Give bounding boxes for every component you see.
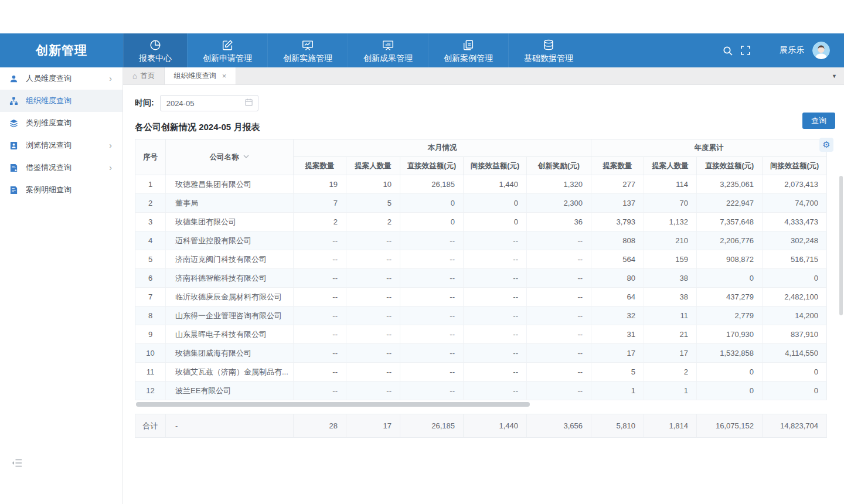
month-value: -- <box>400 231 464 250</box>
year-value: 14,200 <box>763 307 827 325</box>
collapse-sidebar-icon[interactable] <box>12 458 22 470</box>
column-header-company[interactable]: 公司名称 <box>166 139 294 175</box>
month-value: -- <box>527 269 591 288</box>
month-value: -- <box>400 363 464 382</box>
badge-icon <box>8 141 19 150</box>
year-value: 2,206,776 <box>697 231 763 250</box>
month-value: 19 <box>294 175 346 194</box>
avatar[interactable] <box>812 42 830 59</box>
fullscreen-icon[interactable] <box>741 46 750 55</box>
horizontal-scrollbar-thumb[interactable] <box>136 402 530 407</box>
year-value: 564 <box>591 250 644 269</box>
year-value: 0 <box>763 363 827 382</box>
month-value: -- <box>346 363 400 382</box>
year-value: 908,872 <box>697 250 763 269</box>
month-value: -- <box>294 382 346 400</box>
tab-label: 首页 <box>141 71 155 81</box>
year-value: 5 <box>591 363 644 382</box>
row-index: 8 <box>135 307 166 325</box>
month-value: 1,320 <box>527 175 591 194</box>
sidebar-item-browse-status-query[interactable]: 浏览情况查询 › <box>0 134 122 156</box>
summary-value: 17 <box>346 414 400 438</box>
nav-item-innovation-application[interactable]: 创新申请管理 <box>187 33 267 67</box>
year-value: 2,779 <box>697 307 763 325</box>
month-value: -- <box>294 250 346 269</box>
table-summary-row: 合计 - 28 17 26,185 1,440 3,656 5,810 1,81… <box>135 414 827 438</box>
nav-item-base-data[interactable]: 基础数据管理 <box>508 33 588 67</box>
table-row: 7临沂玫德庚辰金属材料有限公司----------6438437,2792,48… <box>135 288 827 307</box>
year-value: 32 <box>591 307 644 325</box>
month-value: 10 <box>346 175 400 194</box>
sidebar-item-case-detail-query[interactable]: 案例明细查询 <box>0 179 122 201</box>
org-chart-icon <box>8 97 19 105</box>
year-value: 0 <box>763 382 827 400</box>
month-value: -- <box>294 269 346 288</box>
nav-item-label: 创新案例管理 <box>444 53 493 63</box>
column-header: 创新奖励(元) <box>527 157 591 175</box>
report-table: 序号 公司名称 本月情况 年度累计 提案数量 提案人数量 直接 <box>135 139 826 438</box>
top-header-bar: 创新管理 报表中心 创新申请管理 创新实施管理 创新成果管理 <box>0 33 844 67</box>
horizontal-scrollbar[interactable] <box>135 401 826 407</box>
search-icon[interactable] <box>723 46 733 56</box>
month-value: -- <box>464 269 527 288</box>
row-index: 11 <box>135 363 166 382</box>
tabs-dropdown-caret-icon[interactable]: ▼ <box>832 67 837 85</box>
topbar-right-tools: 展乐乐 <box>723 33 844 67</box>
gear-icon[interactable]: ⚙ <box>819 138 833 152</box>
report-title-row: 各公司创新情况 2024-05 月报表 <box>135 122 826 133</box>
year-value: 21 <box>644 325 697 344</box>
user-name[interactable]: 展乐乐 <box>780 45 804 56</box>
sidebar-item-reference-status-query[interactable]: 借鉴情况查询 › <box>0 156 122 179</box>
column-header: 提案人数量 <box>346 157 400 175</box>
sidebar-item-label: 人员维度查询 <box>26 73 109 84</box>
month-value: -- <box>400 307 464 325</box>
year-value: 808 <box>591 231 644 250</box>
month-value: -- <box>294 363 346 382</box>
doc-detail-icon <box>8 186 19 195</box>
sidebar-item-label: 借鉴情况查询 <box>26 162 109 173</box>
month-value: 26,185 <box>400 175 464 194</box>
nav-item-report-center[interactable]: 报表中心 <box>123 33 187 67</box>
column-header-label: 公司名称 <box>210 153 239 161</box>
close-icon[interactable]: × <box>222 71 227 80</box>
year-value: 38 <box>644 288 697 307</box>
month-value: 2 <box>346 213 400 231</box>
nav-item-innovation-cases[interactable]: 创新案例管理 <box>428 33 508 67</box>
year-value: 222,947 <box>697 194 763 213</box>
month-value: -- <box>400 250 464 269</box>
year-value: 0 <box>697 382 763 400</box>
tab-org-dimension-query[interactable]: 组织维度查询 × <box>165 67 237 84</box>
vertical-scrollbar-thumb[interactable] <box>839 176 843 315</box>
sidebar-item-category-dimension-query[interactable]: 类别维度查询 <box>0 112 122 134</box>
time-picker-input[interactable]: 2024-05 <box>160 95 258 111</box>
nav-item-innovation-results[interactable]: 创新成果管理 <box>348 33 428 67</box>
row-index: 1 <box>135 175 166 194</box>
row-index: 2 <box>135 194 166 213</box>
pie-chart-icon <box>149 39 162 52</box>
month-value: -- <box>346 382 400 400</box>
year-value: 1,132 <box>644 213 697 231</box>
layers-icon <box>8 119 19 128</box>
sidebar-item-label: 类别维度查询 <box>26 118 114 128</box>
month-value: -- <box>400 269 464 288</box>
month-value: -- <box>294 288 346 307</box>
company-name: 山东得一企业管理咨询有限公司 <box>166 307 294 325</box>
company-name: 玫德集团威海有限公司 <box>166 344 294 363</box>
month-value: -- <box>400 344 464 363</box>
year-value: 31 <box>591 325 644 344</box>
summary-value: 5,810 <box>591 414 644 438</box>
year-value: 17 <box>591 344 644 363</box>
sidebar-item-org-dimension-query[interactable]: 组织维度查询 <box>0 90 122 112</box>
data-table: 序号 公司名称 本月情况 年度累计 提案数量 提案人数量 直接 <box>135 139 827 400</box>
month-value: -- <box>346 307 400 325</box>
nav-item-innovation-implementation[interactable]: 创新实施管理 <box>267 33 348 67</box>
year-value: 210 <box>644 231 697 250</box>
tab-home[interactable]: ⌂ 首页 <box>123 67 165 84</box>
month-value: -- <box>346 325 400 344</box>
query-button[interactable]: 查询 <box>802 113 835 129</box>
month-value: -- <box>464 307 527 325</box>
month-value: 0 <box>464 194 527 213</box>
company-name: 玫德艾瓦兹（济南）金属制品有... <box>166 363 294 382</box>
sidebar-item-person-dimension-query[interactable]: 人员维度查询 › <box>0 67 122 90</box>
chevron-right-icon: › <box>109 141 112 150</box>
